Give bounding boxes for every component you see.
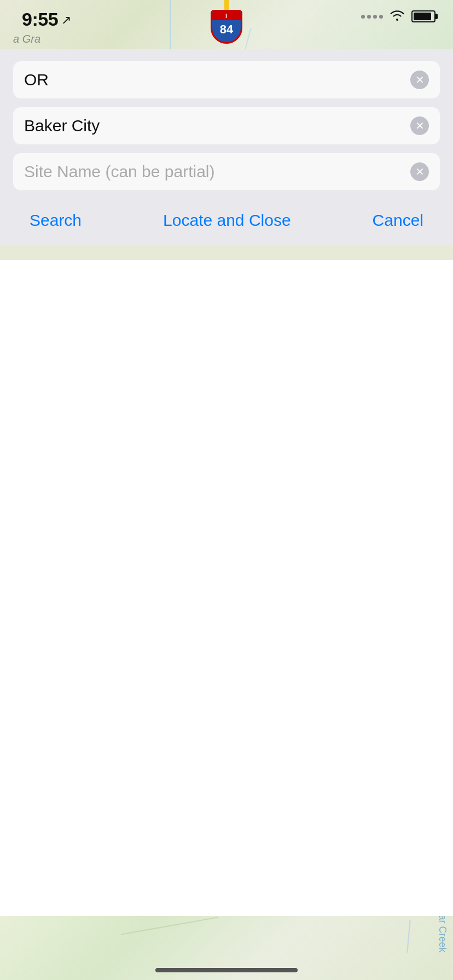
status-right	[361, 9, 453, 24]
clear-icon: ✕	[415, 166, 425, 177]
search-panel: OR ✕ Baker City ✕ Site Name (can be part…	[0, 49, 453, 245]
clear-icon: ✕	[415, 74, 425, 85]
home-indicator	[155, 968, 298, 972]
cancel-button[interactable]: Cancel	[373, 211, 423, 230]
city-field-wrapper: Baker City ✕	[13, 107, 440, 144]
battery-icon	[411, 10, 435, 22]
map-label-bottom: ar Creek	[437, 914, 448, 952]
clear-icon: ✕	[415, 120, 425, 131]
state-field-wrapper: OR ✕	[13, 61, 440, 98]
wifi-icon	[390, 9, 405, 24]
city-clear-button[interactable]: ✕	[410, 116, 429, 135]
status-left: 9:55 ↗	[0, 9, 71, 30]
status-time: 9:55	[22, 9, 58, 30]
status-bar: 9:55 ↗	[0, 0, 453, 48]
city-field-value: Baker City	[24, 116, 410, 135]
state-clear-button[interactable]: ✕	[410, 71, 429, 89]
site-name-placeholder: Site Name (can be partial)	[24, 162, 410, 181]
locate-and-close-button[interactable]: Locate and Close	[163, 211, 291, 230]
action-buttons-row: Search Locate and Close Cancel	[13, 199, 440, 245]
search-button[interactable]: Search	[30, 211, 82, 230]
location-arrow-icon: ↗	[61, 13, 71, 27]
results-area	[0, 260, 453, 916]
state-field-value: OR	[24, 71, 410, 89]
site-name-clear-button[interactable]: ✕	[410, 162, 429, 181]
site-name-field-wrapper: Site Name (can be partial) ✕	[13, 153, 440, 190]
signal-dots-icon	[361, 15, 383, 19]
